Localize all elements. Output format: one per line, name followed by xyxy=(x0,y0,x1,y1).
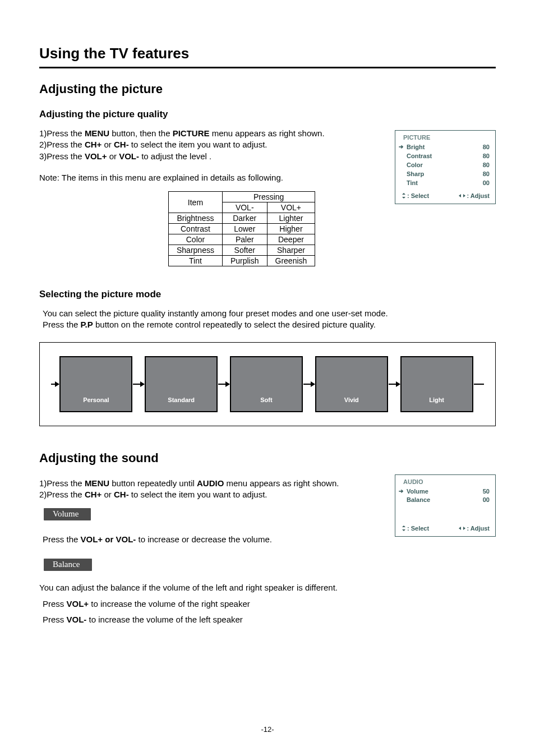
t: 2)Press the xyxy=(39,490,85,499)
t: Press xyxy=(43,599,67,609)
cell: Sharpness xyxy=(169,245,223,256)
osd-row: Balance00 xyxy=(401,496,490,505)
t: MENU xyxy=(85,128,109,138)
t: menu appears as right shown. xyxy=(209,128,324,138)
t: : Adjust xyxy=(467,192,490,199)
t: to select the item you want to adjust. xyxy=(129,490,268,499)
t: : Adjust xyxy=(467,525,490,532)
arrow-icon xyxy=(133,384,144,385)
cell: Lower xyxy=(222,224,267,234)
th-item: Item xyxy=(169,192,223,213)
t: or xyxy=(102,140,114,149)
sec1-sub2-line2: Press the P.P button on the remote contr… xyxy=(43,319,496,330)
page-number: -12- xyxy=(0,725,535,734)
osd-audio: AUDIO Volume50 Balance00 : Select : Adju… xyxy=(395,474,496,537)
table-row: ColorPalerDeeper xyxy=(169,234,315,245)
mode-box: Standard xyxy=(145,356,218,412)
t: VOL- xyxy=(119,151,139,161)
cell: Greenish xyxy=(267,256,315,266)
table-row: TintPurplishGreenish xyxy=(169,256,315,266)
t: button repeatedly until xyxy=(109,478,197,488)
t: 3)Press the xyxy=(39,151,85,161)
osd-row: Bright80 xyxy=(401,143,490,152)
t: 1)Press the xyxy=(39,128,85,138)
osd-picture: PICTURE Bright80 Contrast80 Color80 Shar… xyxy=(395,130,496,204)
t: MENU xyxy=(85,478,109,488)
osd-k: Bright xyxy=(407,143,425,152)
mode-label: Soft xyxy=(260,397,272,403)
cell: Sharper xyxy=(267,245,315,256)
updown-icon xyxy=(402,193,406,199)
page-title: Using the TV features xyxy=(39,45,496,62)
t: CH+ xyxy=(85,140,102,149)
t: PICTURE xyxy=(173,128,210,138)
arrow-icon xyxy=(389,384,400,385)
sec2-title: Adjusting the sound xyxy=(39,451,496,465)
table-row: SharpnessSofterSharper xyxy=(169,245,315,256)
t: CH+ xyxy=(85,490,102,499)
osd-foot-adjust: : Adjust xyxy=(459,192,490,199)
osd-k: Contrast xyxy=(407,152,432,161)
osd-v: 80 xyxy=(483,170,490,179)
t: CH- xyxy=(114,140,129,149)
cell: Deeper xyxy=(267,234,315,245)
volume-heading: Volume xyxy=(44,508,91,520)
osd-footer: : Select : Adjust xyxy=(401,525,490,532)
cell: Color xyxy=(169,234,223,245)
osd-v: 00 xyxy=(483,179,490,188)
osd-row: Tint00 xyxy=(401,179,490,188)
t: to increase or decrease the volume. xyxy=(136,534,272,544)
t: button on the remote control repeatedly … xyxy=(93,320,376,329)
leftright-icon xyxy=(459,193,465,198)
osd-v: 80 xyxy=(483,161,490,170)
th-volplus: VOL+ xyxy=(267,202,315,213)
updown-icon xyxy=(402,525,406,531)
t: or xyxy=(102,490,114,499)
t: VOL- xyxy=(67,615,87,624)
t: 2)Press the xyxy=(39,140,85,149)
sec1-sub2-title: Selecting the picture mode xyxy=(39,289,496,300)
osd-v: 80 xyxy=(483,152,490,161)
mode-label: Light xyxy=(429,397,444,403)
t: VOL+ xyxy=(67,599,89,609)
title-rule xyxy=(39,67,496,68)
t: or xyxy=(107,151,119,161)
sec1-sub2-line1: You can select the picture quality insta… xyxy=(43,308,496,319)
cell: Darker xyxy=(222,213,267,224)
th-volminus: VOL- xyxy=(222,202,267,213)
t: AUDIO xyxy=(197,478,224,488)
mode-box: Light xyxy=(400,356,473,412)
osd-foot-select: : Select xyxy=(402,525,429,532)
t: 1)Press the xyxy=(39,478,85,488)
osd-k: Tint xyxy=(407,179,418,188)
balance-text2: Press VOL+ to increase the volume of the… xyxy=(43,598,496,610)
cell: Lighter xyxy=(267,213,315,224)
osd-k: Volume xyxy=(407,487,428,496)
sec1-sub1-title: Adjusting the picture quality xyxy=(39,109,496,120)
cell: Softer xyxy=(222,245,267,256)
cell: Brightness xyxy=(169,213,223,224)
balance-text1: You can adjust the balance if the volume… xyxy=(39,582,496,593)
t: CH- xyxy=(114,490,129,499)
t: Press the xyxy=(43,534,81,544)
leftright-icon xyxy=(459,526,465,531)
osd-k: Color xyxy=(407,161,423,170)
balance-text3: Press VOL- to increase the volume of the… xyxy=(43,614,496,625)
osd-row: Sharp80 xyxy=(401,170,490,179)
table-row: BrightnessDarkerLighter xyxy=(169,213,315,224)
mode-label: Vivid xyxy=(344,397,359,403)
osd-foot-select: : Select xyxy=(402,192,429,199)
cell: Higher xyxy=(267,224,315,234)
cell: Purplish xyxy=(222,256,267,266)
balance-heading: Balance xyxy=(44,559,92,571)
osd-v: 80 xyxy=(483,143,490,152)
arrow-icon xyxy=(51,384,59,385)
t: P.P xyxy=(81,320,93,329)
osd-k: Sharp xyxy=(407,170,424,179)
table-row: ContrastLowerHigher xyxy=(169,224,315,234)
picture-adjust-table: Item Pressing VOL- VOL+ BrightnessDarker… xyxy=(168,191,315,266)
th-pressing: Pressing xyxy=(222,192,315,202)
t: Press xyxy=(43,615,67,624)
t: : Select xyxy=(407,192,429,199)
osd-row: Volume50 xyxy=(401,487,490,496)
